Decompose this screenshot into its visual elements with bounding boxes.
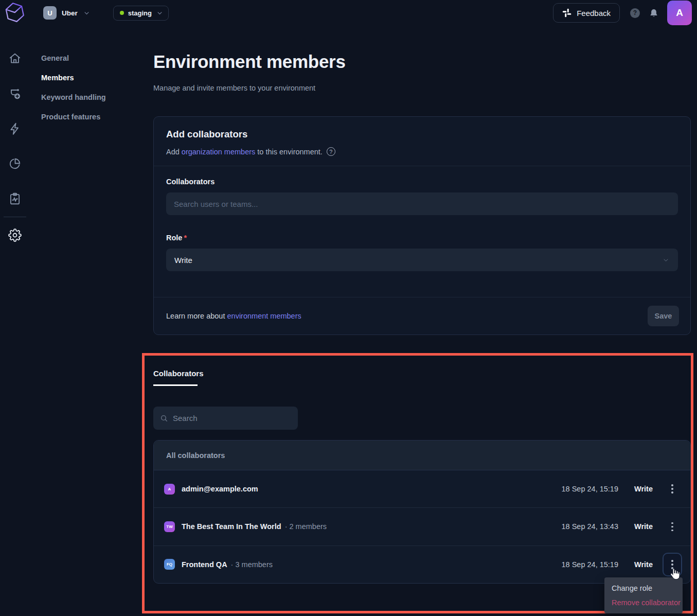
chevron-down-icon [662, 256, 670, 264]
collaborator-role: Write [632, 560, 655, 569]
chevron-down-icon [156, 9, 164, 17]
footer-prefix: Learn more about [166, 312, 227, 320]
card-body: Collaborators Role* Write [154, 166, 690, 271]
nav-item-product-features[interactable]: Product features [41, 113, 106, 120]
help-circle-icon: ? [630, 8, 640, 18]
collaborator-role: Write [632, 522, 655, 531]
collaborator-members: · 2 members [285, 522, 327, 531]
feedback-button[interactable]: Feedback [553, 3, 620, 23]
required-marker: * [184, 234, 187, 242]
collaborator-name: Frontend QA [182, 560, 227, 569]
nav-item-keyword-handling[interactable]: Keyword handling [41, 94, 106, 101]
collaborator-date: 18 Sep 24, 15:19 [562, 560, 618, 569]
feedback-label: Feedback [577, 9, 611, 17]
collaborators-search-input[interactable] [166, 192, 678, 215]
settings-nav: General Members Keyword handling Product… [41, 55, 106, 120]
chevron-down-icon [83, 9, 91, 17]
organization-members-link[interactable]: organization members [182, 148, 255, 156]
role-field-label: Role* [166, 234, 678, 242]
collaborator-date: 18 Sep 24, 15:19 [562, 485, 618, 493]
collaborator-row[interactable]: TW The Best Team In The World · 2 member… [154, 508, 690, 545]
collaborator-role: Write [632, 485, 655, 493]
add-collaborators-card: Add collaborators Add organization membe… [153, 116, 691, 335]
collaborator-members: · 3 members [231, 560, 273, 569]
page-title: Environment members [153, 51, 346, 72]
collaborators-field-label: Collaborators [166, 178, 678, 186]
sidebar-divider [4, 217, 26, 217]
notifications-button[interactable] [649, 8, 658, 18]
search-icon [160, 414, 168, 423]
env-status-dot [120, 11, 124, 15]
home-icon[interactable] [8, 52, 22, 65]
environment-selector[interactable]: staging [113, 6, 169, 21]
topbar: U Uber staging Feedback ? A [0, 0, 697, 26]
nav-item-members[interactable]: Members [41, 74, 106, 81]
collaborators-search[interactable] [153, 407, 298, 430]
card-title: Add collaborators [166, 129, 678, 140]
flag-add-icon[interactable] [8, 87, 22, 100]
environment-members-link[interactable]: environment members [227, 312, 301, 320]
avatar: TW [164, 521, 175, 532]
card-footer: Learn more about environment members Sav… [154, 297, 690, 335]
page-subtitle: Manage and invite members to your enviro… [153, 84, 315, 92]
menu-item-remove-collaborator[interactable]: Remove collaborator [604, 595, 683, 610]
help-circle-icon[interactable]: ? [327, 147, 335, 156]
desc-suffix: to this environment. [255, 148, 323, 156]
collaborators-search-field[interactable] [173, 414, 291, 423]
icon-sidebar [0, 26, 30, 616]
help-button[interactable]: ? [620, 8, 640, 18]
avatar: A [164, 484, 175, 495]
app-logo-cube-wireframe-icon[interactable] [4, 1, 26, 25]
collaborators-table: All collaborators A admin@example.com 18… [153, 440, 691, 584]
org-name: Uber [62, 9, 78, 17]
nav-item-general[interactable]: General [41, 55, 106, 62]
org-switcher[interactable]: U Uber [43, 6, 91, 20]
bell-icon [649, 8, 658, 18]
card-header: Add collaborators Add organization membe… [154, 117, 690, 166]
row-actions-kebab-icon[interactable] [663, 477, 682, 501]
pie-chart-icon[interactable] [8, 157, 22, 170]
desc-prefix: Add [166, 148, 182, 156]
role-select[interactable]: Write [166, 249, 678, 271]
avatar: FQ [164, 559, 175, 570]
collaborator-row[interactable]: A admin@example.com 18 Sep 24, 15:19 Wri… [154, 470, 690, 508]
user-avatar[interactable]: A [667, 1, 692, 25]
row-actions-kebab-icon[interactable] [663, 553, 682, 576]
env-name: staging [128, 9, 152, 17]
lightning-icon[interactable] [8, 122, 22, 135]
menu-item-change-role[interactable]: Change role [604, 581, 683, 595]
card-description: Add organization members to this environ… [166, 147, 678, 156]
slack-icon [562, 8, 571, 17]
collaborator-name: The Best Team In The World [182, 522, 281, 531]
table-group-header: All collaborators [154, 441, 690, 470]
org-avatar: U [43, 6, 57, 20]
health-report-icon[interactable] [8, 192, 22, 205]
role-select-value: Write [174, 256, 192, 265]
collaborator-date: 18 Sep 24, 13:43 [562, 522, 618, 531]
row-actions-menu: Change role Remove collaborator [604, 577, 683, 613]
tab-collaborators[interactable]: Collaborators [153, 369, 198, 386]
row-actions-kebab-icon[interactable] [663, 515, 682, 538]
collaborator-name: admin@example.com [182, 485, 258, 493]
settings-gear-icon[interactable] [8, 228, 22, 242]
save-button[interactable]: Save [648, 306, 679, 326]
